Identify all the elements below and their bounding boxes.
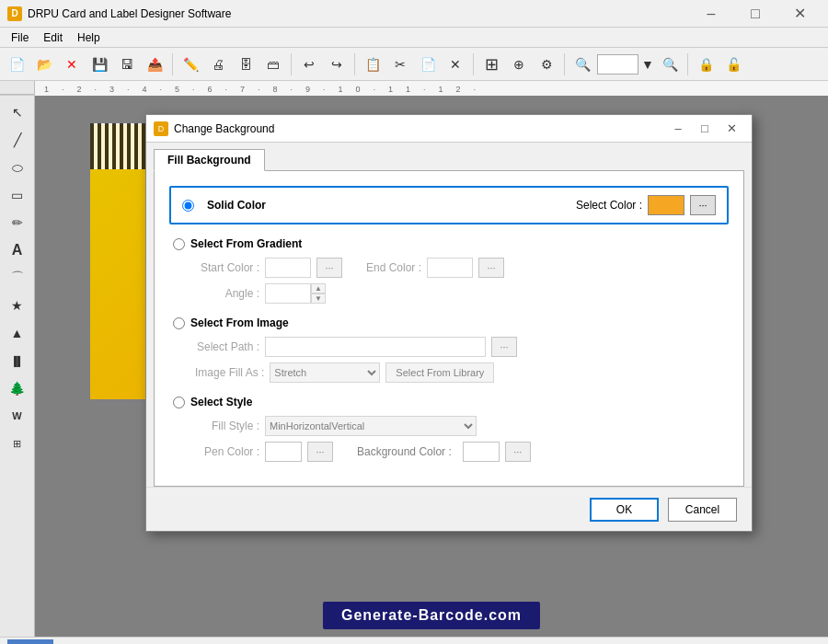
save-as-button[interactable]: 🖫 xyxy=(114,52,140,77)
end-color-label: End Color : xyxy=(357,261,421,274)
toolbar: 📄 📂 ✕ 💾 🖫 📤 ✏️ 🖨 🗄 🗃 ↩ ↪ 📋 ✂ 📄 ✕ ⊞ ⊕ ⚙ 🔍… xyxy=(0,48,828,81)
pencil-tool[interactable]: ✏ xyxy=(5,210,30,236)
table-tool[interactable]: ⊞ xyxy=(5,431,30,456)
angle-up[interactable]: ▲ xyxy=(311,283,326,293)
gradient-fields: Start Color : ··· Angle : 11 xyxy=(195,258,729,304)
dialog-titlebar: D Change Background – □ ✕ xyxy=(146,115,752,143)
open-button[interactable]: 📂 xyxy=(31,52,57,77)
image-section: Select From Image Select Path : ··· Imag… xyxy=(169,316,729,383)
save-button[interactable]: 💾 xyxy=(86,52,112,77)
path-input[interactable] xyxy=(265,337,486,357)
triangle-tool[interactable]: ▲ xyxy=(5,320,30,346)
dialog-maximize[interactable]: □ xyxy=(692,118,718,140)
separator-2 xyxy=(291,53,292,75)
color-swatch[interactable] xyxy=(648,195,684,215)
delete-button[interactable]: ✕ xyxy=(443,52,468,77)
pen-color-swatch[interactable] xyxy=(265,442,302,462)
move-button[interactable]: ⊕ xyxy=(506,52,532,77)
undo-button[interactable]: ↩ xyxy=(296,52,322,77)
style-radio[interactable] xyxy=(173,397,185,408)
barcode-tool[interactable]: ▐▌ xyxy=(5,348,30,374)
menu-help[interactable]: Help xyxy=(70,29,108,46)
gradient-radio[interactable] xyxy=(173,238,185,250)
zoom-input[interactable]: 70% xyxy=(597,54,638,75)
zoom-out-button[interactable]: 🔍 xyxy=(657,52,683,77)
style-section: Select Style Fill Style : MinHorizontalV… xyxy=(169,396,729,462)
menu-file[interactable]: File xyxy=(4,29,36,46)
separator-5 xyxy=(564,53,565,75)
ruler-horizontal: 1·2·3·4·5·6·7·8·9·10·11·12· xyxy=(35,81,828,96)
print-button[interactable]: 🖨 xyxy=(205,52,231,77)
new-button[interactable]: 📄 xyxy=(4,52,29,77)
pen-color-browse[interactable]: ··· xyxy=(307,442,333,462)
maximize-button[interactable]: □ xyxy=(734,0,776,28)
image-radio[interactable] xyxy=(173,317,185,329)
angle-down[interactable]: ▼ xyxy=(311,293,326,304)
path-row: Select Path : ··· xyxy=(195,337,729,357)
image-header: Select From Image xyxy=(173,316,729,329)
cancel-button[interactable]: Cancel xyxy=(668,498,737,522)
dialog-controls: – □ ✕ xyxy=(665,118,744,140)
line-tool[interactable]: ╱ xyxy=(5,127,30,153)
zoom-control: 70% ▼ xyxy=(597,52,655,77)
redo-button[interactable]: ↪ xyxy=(324,52,350,77)
path-browse[interactable]: ··· xyxy=(491,337,517,357)
fill-background-tab[interactable]: Fill Background xyxy=(154,149,265,171)
database-button[interactable]: 🗄 xyxy=(233,52,259,77)
copy-button[interactable]: 📋 xyxy=(360,52,385,77)
star-tool[interactable]: ★ xyxy=(5,293,30,318)
bg-color-browse[interactable]: ··· xyxy=(505,442,531,462)
end-color-input[interactable] xyxy=(427,258,473,278)
rect-tool[interactable]: ▭ xyxy=(5,182,30,208)
edit-btn[interactable]: ✏️ xyxy=(178,52,203,77)
start-color-label: Start Color : xyxy=(195,261,259,274)
start-color-input[interactable] xyxy=(265,258,311,278)
solid-color-radio[interactable] xyxy=(182,200,194,212)
word-tool[interactable]: W xyxy=(5,403,30,429)
fill-style-select[interactable]: MinHorizontalVertical xyxy=(265,416,477,436)
database2-button[interactable]: 🗃 xyxy=(260,52,286,77)
zoom-dropdown[interactable]: ▼ xyxy=(640,52,655,77)
ok-button[interactable]: OK xyxy=(590,498,659,522)
fill-select[interactable]: Stretch xyxy=(270,362,380,383)
angle-label: Angle : xyxy=(195,287,259,300)
close-button[interactable]: ✕ xyxy=(778,0,821,28)
image-tool[interactable]: 🌲 xyxy=(5,375,30,401)
grid-button[interactable]: ⊞ xyxy=(478,52,504,77)
fill-row: Image Fill As : Stretch Select From Libr… xyxy=(195,362,729,383)
library-button[interactable]: Select From Library xyxy=(385,362,494,383)
dialog-body: Solid Color Select Color : ··· S xyxy=(154,170,744,487)
end-color-browse[interactable]: ··· xyxy=(478,258,504,278)
gradient-label[interactable]: Select From Gradient xyxy=(190,237,302,250)
export-button[interactable]: 📤 xyxy=(142,52,167,77)
dialog-minimize[interactable]: – xyxy=(665,118,691,140)
dialog-icon: D xyxy=(154,121,168,136)
zoom-in-button[interactable]: 🔍 xyxy=(569,52,595,77)
angle-input[interactable]: 11 xyxy=(265,283,311,304)
bg-color-swatch[interactable] xyxy=(463,442,500,462)
menu-edit[interactable]: Edit xyxy=(36,29,70,46)
text-tool[interactable]: A xyxy=(5,237,30,263)
start-color-browse[interactable]: ··· xyxy=(316,258,342,278)
select-tool[interactable]: ↖ xyxy=(5,99,30,125)
fill-style-row: Fill Style : MinHorizontalVertical xyxy=(195,416,729,436)
style-fields: Fill Style : MinHorizontalVertical Pen C… xyxy=(195,416,729,462)
status-bar: Front xyxy=(0,637,828,644)
color-browse-button[interactable]: ··· xyxy=(690,195,716,215)
close-doc-button[interactable]: ✕ xyxy=(59,52,85,77)
curve-tool[interactable]: ⌒ xyxy=(5,265,30,291)
cut-button[interactable]: ✂ xyxy=(387,52,413,77)
settings-button[interactable]: ⚙ xyxy=(534,52,559,77)
solid-color-label[interactable]: Solid Color xyxy=(207,199,266,212)
paste-button[interactable]: 📄 xyxy=(415,52,441,77)
dialog-close[interactable]: ✕ xyxy=(719,118,744,140)
minimize-button[interactable]: – xyxy=(690,0,732,28)
style-label[interactable]: Select Style xyxy=(190,396,252,408)
gradient-section: Select From Gradient Start Color : ··· xyxy=(169,237,729,304)
image-label[interactable]: Select From Image xyxy=(190,316,289,329)
ellipse-tool[interactable]: ⬭ xyxy=(5,155,30,180)
front-button[interactable]: Front xyxy=(7,639,53,645)
lock-button[interactable]: 🔒 xyxy=(693,52,719,77)
dialog-footer: OK Cancel xyxy=(146,487,752,531)
lock2-button[interactable]: 🔓 xyxy=(720,52,746,77)
